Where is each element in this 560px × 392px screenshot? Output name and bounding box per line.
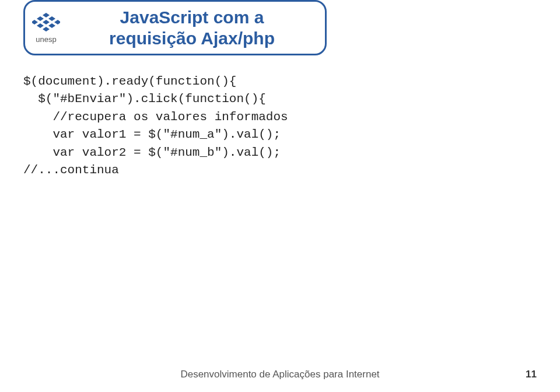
code-line: $("#bEnviar").click(function(){	[23, 92, 266, 106]
svg-marker-4	[32, 20, 38, 24]
svg-marker-1	[37, 16, 44, 21]
title-line-1: JavaScript com a	[66, 7, 318, 28]
title-block: JavaScript com a requisição Ajax/php	[66, 7, 318, 49]
code-line: $(document).ready(function(){	[23, 75, 236, 88]
code-line: var valor2 = $("#num_b").val();	[23, 146, 281, 159]
header-box: unesp JavaScript com a requisição Ajax/p…	[23, 0, 327, 55]
title-line-2: requisição Ajax/php	[66, 28, 318, 49]
svg-marker-7	[48, 23, 55, 28]
page-number: 11	[526, 369, 537, 380]
svg-marker-0	[43, 13, 50, 18]
logo-block: unesp	[32, 12, 60, 44]
code-line: var valor1 = $("#num_a").val();	[23, 128, 281, 141]
code-line: //...continua	[23, 163, 119, 177]
svg-marker-6	[37, 23, 44, 28]
svg-marker-2	[48, 16, 55, 21]
svg-marker-3	[43, 20, 50, 24]
footer-text: Desenvolvimento de Aplicações para Inter…	[180, 369, 379, 380]
logo-label: unesp	[36, 35, 56, 44]
code-block: $(document).ready(function(){ $("#bEnvia…	[23, 73, 288, 180]
unesp-logo-icon	[32, 12, 60, 34]
code-line: //recupera os valores informados	[23, 110, 288, 124]
footer: Desenvolvimento de Aplicações para Inter…	[0, 369, 560, 380]
svg-marker-8	[43, 27, 50, 32]
svg-marker-5	[54, 20, 60, 24]
